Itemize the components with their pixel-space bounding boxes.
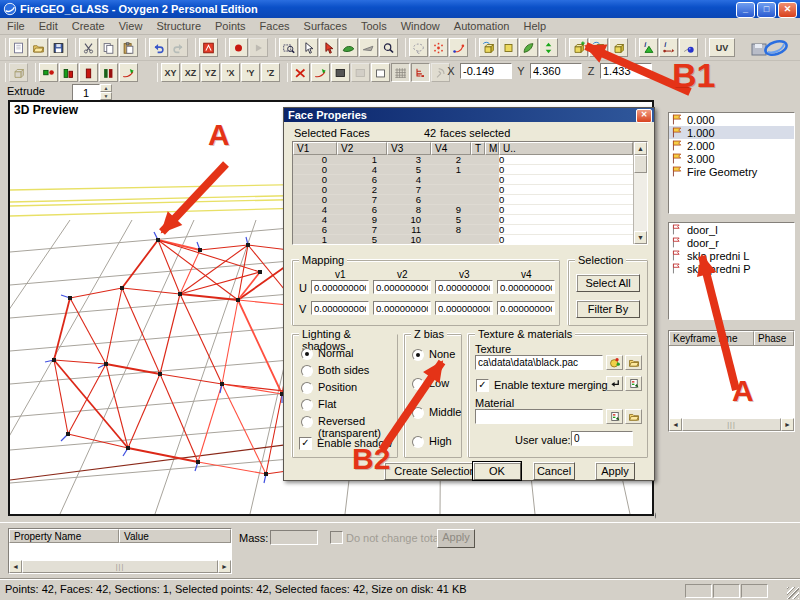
grid-toggle-icon[interactable] [391, 63, 410, 82]
select-all-button[interactable]: Select All [576, 274, 640, 292]
new-file-icon[interactable] [9, 38, 28, 57]
texture-path-field[interactable] [475, 355, 603, 370]
phase-column[interactable]: Phase [754, 331, 794, 345]
open-folder-icon[interactable] [29, 38, 48, 57]
faces-table-row[interactable]: 0640 [293, 175, 633, 185]
create-selection-button[interactable]: Create Selection [384, 462, 486, 480]
zbias-radio-none[interactable]: None [412, 348, 460, 361]
lod-item-0.000[interactable]: 0.000 [669, 113, 794, 126]
scroll-thumb[interactable]: ||| [22, 560, 218, 573]
square-yellow-icon[interactable] [499, 38, 518, 57]
property-name-column[interactable]: Property Name [9, 529, 119, 543]
no-change-mass-checkbox[interactable] [330, 531, 343, 544]
property-hscrollbar[interactable]: ◄ ||| ► [9, 560, 231, 573]
faces-table-row[interactable]: 04510 [293, 165, 633, 175]
faces-column-t[interactable]: T [471, 142, 485, 155]
lod-list[interactable]: 0.0001.0002.0003.000Fire Geometry [668, 112, 795, 214]
mapping-u-v4-field[interactable] [497, 280, 555, 294]
zbias-radio-middle[interactable]: Middle [412, 406, 460, 419]
spray-icon[interactable] [449, 38, 468, 57]
enable-shadow-checkbox[interactable]: ✓ Enable shadow [299, 437, 392, 450]
cube-rotate-icon[interactable] [589, 38, 608, 57]
menu-create[interactable]: Create [65, 20, 112, 32]
uv-button[interactable]: UV [709, 38, 735, 57]
extrude-spin-down[interactable]: ▼ [100, 92, 112, 100]
radio-icon[interactable] [412, 349, 424, 361]
points-mode-icon[interactable] [39, 63, 58, 82]
faces-table-row[interactable]: 01320 [293, 155, 633, 165]
texture-palette-icon[interactable] [606, 355, 623, 370]
mass-apply-button[interactable]: Apply [437, 529, 475, 548]
copy-icon[interactable] [99, 38, 118, 57]
texture-revert-icon[interactable] [606, 376, 623, 391]
point-scatter-icon[interactable] [429, 38, 448, 57]
menu-structure[interactable]: Structure [149, 20, 208, 32]
scroll-down-icon[interactable]: ▼ [634, 231, 647, 244]
ok-button[interactable]: OK [473, 462, 521, 480]
extrude-value-field[interactable] [72, 84, 100, 101]
lighting-radio-flat[interactable]: Flat [301, 398, 395, 411]
radio-icon[interactable] [301, 365, 313, 377]
mapping-u-v1-field[interactable] [311, 280, 369, 294]
menu-window[interactable]: Window [394, 20, 447, 32]
user-value-field[interactable] [571, 431, 633, 446]
ghost-box-icon[interactable] [351, 63, 370, 82]
fly-points-icon[interactable] [311, 63, 330, 82]
mapping-v-v3-field[interactable] [435, 301, 493, 315]
radio-icon[interactable] [301, 382, 313, 394]
selection-item-door_r[interactable]: door_r [669, 236, 794, 249]
flatten-icon[interactable] [359, 38, 378, 57]
hierarchy-icon[interactable] [411, 63, 430, 82]
bars-green-red-icon[interactable] [59, 63, 78, 82]
dialog-title-bar[interactable]: Face Properies ✕ [284, 108, 654, 122]
material-path-field[interactable] [475, 409, 603, 424]
cube-add-icon[interactable] [569, 38, 588, 57]
maximize-button[interactable]: □ [757, 2, 776, 18]
selections-list[interactable]: door_ldoor_rsklo predni Lsklo predni P [668, 222, 795, 320]
value-column[interactable]: Value [119, 529, 231, 543]
mass-field[interactable] [270, 530, 318, 545]
faces-table-header[interactable]: V1V2V3V4TMU.. [293, 142, 633, 155]
magnifier-icon[interactable] [379, 38, 398, 57]
faces-column-v4[interactable]: V4 [431, 142, 471, 155]
texture-browse-folder-icon[interactable] [625, 355, 642, 370]
title-bar[interactable]: FireGEO_GLASS - Oxygen 2 Personal Editio… [0, 0, 800, 18]
rotate-cube-icon[interactable] [479, 38, 498, 57]
pair-bars-icon[interactable] [99, 63, 118, 82]
plane-button-yz[interactable]: YZ [201, 63, 220, 82]
close-button[interactable]: ✕ [778, 2, 797, 18]
plane-button-axis-z[interactable]: 'Z [261, 63, 280, 82]
faces-table-row[interactable]: 0270 [293, 185, 633, 195]
plane-button-xz[interactable]: XZ [181, 63, 200, 82]
scroll-up-icon[interactable]: ▲ [634, 142, 647, 155]
menu-faces[interactable]: Faces [253, 20, 297, 32]
extrude-spin-up[interactable]: ▲ [100, 84, 112, 92]
updown-arrows-icon[interactable] [539, 38, 558, 57]
radio-icon[interactable] [301, 348, 313, 360]
keyframe-hscrollbar[interactable]: ◄ ||| ► [669, 418, 794, 431]
lod-item-1.000[interactable]: 1.000 [669, 126, 794, 139]
mapping-v-v1-field[interactable] [311, 301, 369, 315]
redo-icon[interactable] [169, 38, 188, 57]
undo-icon[interactable] [149, 38, 168, 57]
selection-item-sklo-predni-p[interactable]: sklo predni P [669, 262, 794, 275]
lighting-radio-reversed[interactable]: Reversed (transparent) [301, 415, 395, 439]
cut-icon[interactable] [79, 38, 98, 57]
mapping-v-v4-field[interactable] [497, 301, 555, 315]
lasso-icon[interactable] [409, 38, 428, 57]
wire-box-icon[interactable] [371, 63, 390, 82]
apply-button[interactable]: Apply [595, 462, 635, 480]
faces-column-v1[interactable]: V1 [293, 142, 337, 155]
scroll-left-icon[interactable]: ◄ [669, 418, 682, 431]
solid-box-icon[interactable] [331, 63, 350, 82]
checkbox-icon[interactable]: ✓ [299, 437, 312, 450]
keyframe-time-column[interactable]: Keyframe time [669, 331, 754, 345]
select-pointer-icon[interactable] [299, 38, 318, 57]
faces-table-row[interactable]: 46890 [293, 205, 633, 215]
cube-icon[interactable] [609, 38, 628, 57]
menu-points[interactable]: Points [208, 20, 253, 32]
faces-column-v2[interactable]: V2 [337, 142, 387, 155]
radio-icon[interactable] [412, 378, 424, 390]
modified-flag-icon[interactable] [199, 38, 218, 57]
filter-by-button[interactable]: Filter By [576, 300, 640, 318]
